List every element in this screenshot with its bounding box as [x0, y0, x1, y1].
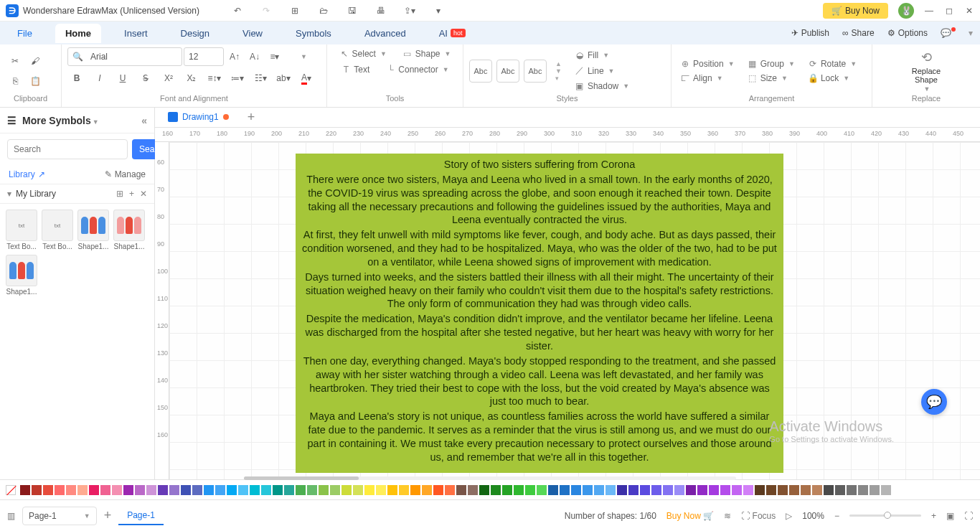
- color-swatch[interactable]: [319, 485, 329, 495]
- color-swatch[interactable]: [456, 485, 466, 495]
- thumb-textbox-2[interactable]: txtText Bo...: [42, 210, 73, 250]
- align-button[interactable]: ⫍Align▼: [677, 72, 738, 85]
- color-swatch[interactable]: [789, 485, 799, 495]
- canvas[interactable]: Story of two sisters suffering from Coro…: [169, 142, 980, 479]
- color-swatch[interactable]: [181, 485, 191, 495]
- focus-mode-button[interactable]: ⛶ Focus: [741, 511, 776, 521]
- lib-grid-icon[interactable]: ⊞: [116, 189, 123, 199]
- no-color-swatch[interactable]: [6, 485, 16, 495]
- color-swatch[interactable]: [525, 485, 535, 495]
- color-swatch[interactable]: [674, 485, 684, 495]
- color-swatch[interactable]: [743, 485, 753, 495]
- color-swatch[interactable]: [560, 485, 570, 495]
- chevron-down-icon[interactable]: ▾: [7, 189, 11, 199]
- minimize-icon[interactable]: —: [924, 6, 934, 16]
- undo-icon[interactable]: ↶: [228, 1, 247, 20]
- group-button[interactable]: ▦Group▼: [745, 57, 798, 70]
- line-spacing-icon[interactable]: ≡↕▾: [205, 69, 224, 88]
- color-swatch[interactable]: [261, 485, 271, 495]
- color-swatch[interactable]: [364, 485, 374, 495]
- open-icon[interactable]: 🗁: [314, 1, 333, 20]
- color-swatch[interactable]: [606, 485, 616, 495]
- color-swatch[interactable]: [204, 485, 214, 495]
- color-swatch[interactable]: [697, 485, 707, 495]
- color-swatch[interactable]: [755, 485, 765, 495]
- color-swatch[interactable]: [66, 485, 76, 495]
- bullets-icon[interactable]: ≔▾: [228, 69, 247, 88]
- notifications-button[interactable]: 💬: [941, 28, 956, 38]
- color-swatch[interactable]: [169, 485, 179, 495]
- symbol-search-input[interactable]: [7, 139, 128, 159]
- menu-home[interactable]: Home: [55, 24, 101, 43]
- layers-icon[interactable]: ≋: [724, 511, 731, 521]
- more-symbols-label[interactable]: More Symbols▼: [22, 115, 99, 126]
- menu-file[interactable]: File: [7, 24, 42, 43]
- style-gallery-scroll[interactable]: ▲▼▾: [555, 60, 562, 82]
- chat-fab[interactable]: 💬: [921, 389, 947, 415]
- manage-link[interactable]: ✎Manage: [105, 169, 146, 179]
- select-tool[interactable]: ↖Select▼: [336, 47, 390, 60]
- italic-icon[interactable]: I: [90, 69, 109, 88]
- color-swatch[interactable]: [387, 485, 397, 495]
- color-swatch[interactable]: [112, 485, 122, 495]
- library-link[interactable]: Library ↗: [9, 169, 45, 179]
- color-swatch[interactable]: [468, 485, 478, 495]
- pages-panel-icon[interactable]: ▥: [7, 511, 15, 521]
- connector-tool[interactable]: └Connector▼: [382, 63, 451, 76]
- style-preset-2[interactable]: Abc: [496, 60, 519, 83]
- color-swatch[interactable]: [250, 485, 260, 495]
- maximize-icon[interactable]: ◻: [944, 6, 954, 16]
- new-icon[interactable]: ⊞: [286, 1, 304, 20]
- zoom-slider[interactable]: [849, 514, 921, 517]
- menu-design[interactable]: Design: [171, 24, 220, 43]
- menu-symbols[interactable]: Symbols: [286, 24, 341, 43]
- strikethrough-icon[interactable]: S̶: [136, 69, 155, 88]
- size-button[interactable]: ⬚Size▼: [745, 72, 798, 85]
- page-tab[interactable]: Page-1: [118, 507, 164, 525]
- presentation-icon[interactable]: ▷: [786, 511, 792, 521]
- color-swatch[interactable]: [238, 485, 248, 495]
- color-swatch[interactable]: [32, 485, 42, 495]
- fullscreen-icon[interactable]: ⛶: [964, 511, 973, 521]
- color-swatch[interactable]: [858, 485, 868, 495]
- canvas-scrollbar[interactable]: [244, 476, 736, 480]
- color-swatch[interactable]: [422, 485, 432, 495]
- color-swatch[interactable]: [227, 485, 237, 495]
- replace-shape-button[interactable]: ⟲ Replace Shape ▼: [912, 50, 941, 93]
- color-swatch[interactable]: [778, 485, 788, 495]
- color-swatch[interactable]: [812, 485, 822, 495]
- add-page-button[interactable]: +: [104, 508, 112, 523]
- menu-ai[interactable]: AIhot: [429, 24, 476, 43]
- increase-font-icon[interactable]: A↑: [225, 47, 244, 66]
- document-tab[interactable]: Drawing1: [161, 108, 236, 128]
- add-tab-button[interactable]: +: [242, 110, 261, 125]
- buy-now-button[interactable]: 🛒Buy Now: [823, 3, 888, 19]
- line-button[interactable]: ／Line▼: [572, 63, 632, 78]
- color-swatch[interactable]: [296, 485, 306, 495]
- color-swatch[interactable]: [215, 485, 225, 495]
- color-swatch[interactable]: [146, 485, 156, 495]
- color-swatch[interactable]: [445, 485, 455, 495]
- underline-icon[interactable]: U: [113, 69, 132, 88]
- font-family-select[interactable]: 🔍▼: [67, 47, 182, 66]
- font-size-select[interactable]: ▼: [184, 47, 224, 66]
- color-swatch[interactable]: [617, 485, 627, 495]
- lib-add-icon[interactable]: +: [129, 189, 134, 199]
- print-icon[interactable]: 🖶: [372, 1, 390, 20]
- status-buy-now[interactable]: Buy Now 🛒: [666, 511, 714, 521]
- color-swatch[interactable]: [55, 485, 65, 495]
- zoom-in-icon[interactable]: +: [931, 511, 936, 521]
- color-swatch[interactable]: [548, 485, 558, 495]
- color-swatch[interactable]: [720, 485, 730, 495]
- menu-advanced[interactable]: Advanced: [354, 24, 416, 43]
- color-swatch[interactable]: [835, 485, 845, 495]
- avatar[interactable]: 🐰: [898, 3, 914, 19]
- color-swatch[interactable]: [307, 485, 317, 495]
- color-swatch[interactable]: [89, 485, 99, 495]
- numbering-icon[interactable]: ☷▾: [251, 69, 270, 88]
- color-swatch[interactable]: [514, 485, 524, 495]
- lib-close-icon[interactable]: ✕: [140, 189, 147, 199]
- publish-button[interactable]: ✈Publish: [791, 28, 829, 38]
- thumb-shape-3[interactable]: Shape1...: [6, 255, 37, 296]
- color-swatch[interactable]: [594, 485, 604, 495]
